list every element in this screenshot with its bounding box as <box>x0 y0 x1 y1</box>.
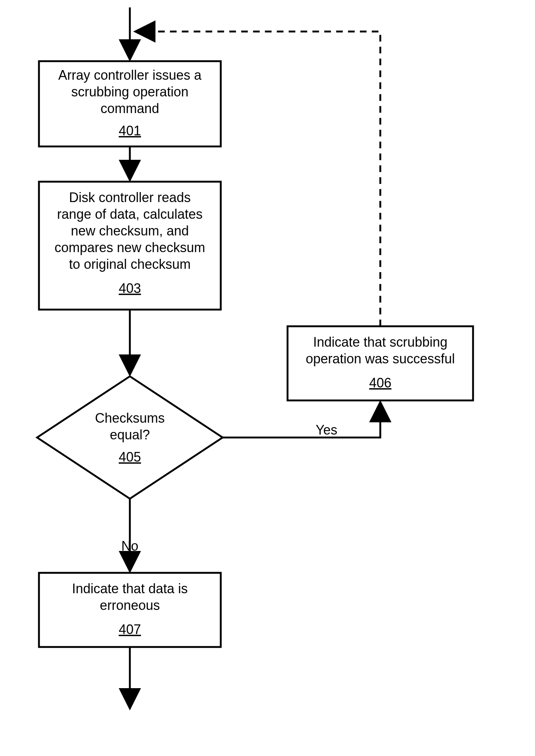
box-407-ref: 407 <box>119 622 141 637</box>
process-box-403: Disk controller reads range of data, cal… <box>39 182 221 310</box>
box-406-line1: Indicate that scrubbing <box>313 334 447 350</box>
decision-405: Checksums equal? 405 <box>37 376 223 499</box>
flowchart: Array controller issues a scrubbing oper… <box>0 0 535 756</box>
box-403-line2: range of data, calculates <box>57 207 203 222</box>
box-403-line4: compares new checksum <box>55 240 205 255</box>
box-407-line1: Indicate that data is <box>72 581 188 596</box>
label-no: No <box>121 538 138 554</box>
box-401-line2: scrubbing operation <box>71 84 188 99</box>
box-406-ref: 406 <box>369 375 391 390</box>
box-401-line3: command <box>101 101 159 116</box>
box-406-line2: operation was successful <box>306 351 455 366</box>
process-box-401: Array controller issues a scrubbing oper… <box>39 61 221 146</box>
dec-405-line2: equal? <box>110 427 150 442</box>
box-401-line1: Array controller issues a <box>58 67 202 83</box>
box-401-ref: 401 <box>119 123 141 138</box>
dec-405-ref: 405 <box>119 449 141 465</box>
box-403-line1: Disk controller reads <box>69 190 191 205</box>
box-403-line5: to original checksum <box>69 257 191 272</box>
arrow-yes-to-406 <box>223 402 380 438</box>
label-yes: Yes <box>316 422 338 438</box>
process-box-407: Indicate that data is erroneous 407 <box>39 573 221 647</box>
dec-405-line1: Checksums <box>95 410 165 426</box>
box-407-line2: erroneous <box>100 598 160 613</box>
process-box-406: Indicate that scrubbing operation was su… <box>288 326 473 400</box>
box-403-ref: 403 <box>119 281 141 296</box>
box-403-line3: new checksum, and <box>71 223 189 238</box>
